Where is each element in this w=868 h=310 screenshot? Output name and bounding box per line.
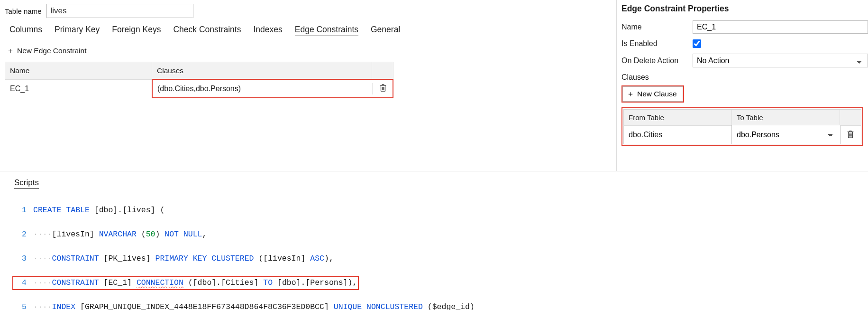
clause-to-select[interactable]: dbo.Persons: [732, 126, 840, 143]
prop-name-label: Name: [621, 23, 693, 31]
table-name-input[interactable]: [46, 4, 193, 18]
clause-grid: From Table To Table dbo.Cities dbo.Perso…: [623, 109, 861, 144]
ec-row-clauses: (dbo.Cities,dbo.Persons): [153, 80, 372, 98]
clause-header-from: From Table: [624, 110, 732, 125]
properties-title: Edge Constraint Properties: [621, 4, 868, 14]
scripts-section: Scripts 1CREATE TABLE [dbo].[lives] ( 2·…: [0, 171, 868, 310]
scripts-title: Scripts: [14, 178, 39, 189]
properties-panel: Edge Constraint Properties Name Is Enabl…: [617, 0, 868, 171]
line-number: 2: [14, 228, 27, 241]
ec-header-clauses: Clauses: [152, 62, 372, 79]
clause-from-cell: dbo.Cities: [624, 126, 732, 144]
ec-header-actions: [372, 62, 393, 79]
clause-header-to: To Table: [732, 110, 840, 125]
new-clause-button[interactable]: ＋ New Clause: [622, 86, 683, 102]
edge-constraint-grid: Name Clauses EC_1 (dbo.Cities,dbo.Person…: [5, 62, 393, 98]
ec-row[interactable]: EC_1 (dbo.Cities,dbo.Persons): [5, 79, 393, 98]
line-number: 1: [14, 204, 27, 216]
prop-clauses-label: Clauses: [621, 73, 868, 82]
tab-primary-key[interactable]: Primary Key: [55, 25, 100, 36]
code-editor[interactable]: 1CREATE TABLE [dbo].[lives] ( 2····[live…: [14, 192, 854, 310]
tab-edge-constraints[interactable]: Edge Constraints: [295, 25, 358, 36]
tab-general[interactable]: General: [371, 25, 400, 36]
left-panel: Table name Columns Primary Key Foreign K…: [0, 0, 617, 171]
tab-foreign-keys[interactable]: Foreign Keys: [112, 25, 161, 36]
prop-enabled-label: Is Enabled: [621, 39, 693, 48]
trash-icon[interactable]: [379, 83, 387, 94]
plus-icon: ＋: [7, 47, 14, 55]
prop-ondelete-select[interactable]: No Action: [693, 54, 868, 67]
tab-check-constraints[interactable]: Check Constraints: [173, 25, 241, 36]
prop-ondelete-label: On Delete Action: [621, 56, 693, 65]
line-number: 5: [14, 301, 27, 310]
ec-header-name: Name: [5, 62, 152, 79]
prop-name-input[interactable]: [693, 20, 868, 34]
new-edge-constraint-button[interactable]: ＋ New Edge Constraint: [7, 47, 86, 55]
clause-header-actions: [840, 110, 861, 125]
line-number: 3: [14, 253, 27, 265]
tab-columns[interactable]: Columns: [9, 25, 42, 36]
clause-row[interactable]: dbo.Cities dbo.Persons: [624, 125, 861, 144]
table-name-label: Table name: [5, 7, 42, 15]
new-clause-label: New Clause: [637, 90, 677, 98]
line-number: 4: [14, 277, 27, 289]
plus-icon: ＋: [627, 90, 634, 98]
new-edge-constraint-label: New Edge Constraint: [17, 47, 86, 55]
prop-enabled-checkbox[interactable]: [693, 39, 701, 48]
ec-row-name: EC_1: [5, 79, 152, 98]
tab-indexes[interactable]: Indexes: [253, 25, 282, 36]
tabs: Columns Primary Key Foreign Keys Check C…: [9, 25, 612, 36]
trash-icon[interactable]: [846, 130, 855, 141]
